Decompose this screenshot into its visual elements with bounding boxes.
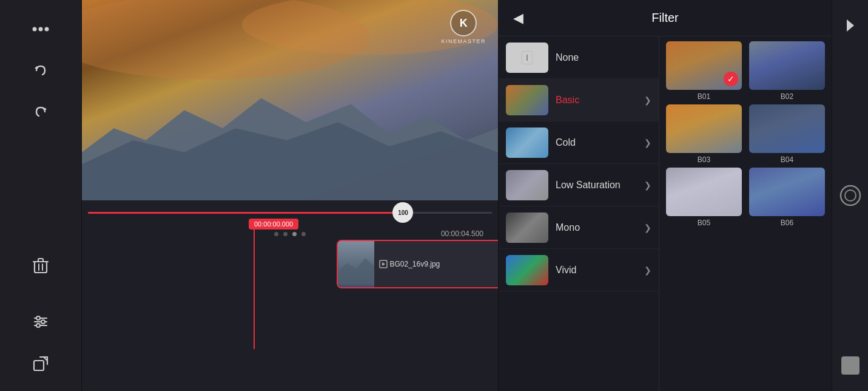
current-time-marker: 00:00:00.000 (249, 219, 298, 229)
preview-stop-button[interactable] (837, 352, 864, 379)
record-button[interactable] (837, 182, 864, 209)
filter-selected-check: ✓ (724, 72, 738, 86)
filter-grid-item-b01[interactable]: ✓ B01 (664, 41, 744, 101)
filter-cold-thumb (506, 127, 548, 158)
filter-lowsat-thumb (506, 170, 548, 200)
redo-button[interactable] (16, 92, 65, 131)
filter-category-name-vivid: Vivid (556, 265, 644, 276)
stop-icon (841, 356, 860, 375)
svg-marker-24 (847, 19, 854, 32)
kinemaster-logo: K KINEMASTER (441, 10, 486, 44)
video-preview: K KINEMASTER (82, 0, 498, 200)
svg-point-25 (841, 186, 860, 205)
filter-chevron-mono: ❯ (644, 223, 651, 233)
filter-category-cold[interactable]: Cold ❯ (499, 121, 659, 164)
filter-panel: ◀ Filter I None Basic ❯ Cold ❯ (498, 0, 832, 391)
filter-b01-label: B01 (698, 92, 710, 101)
filter-grid: ✓ B01 B02 B03 B04 B05 (659, 36, 832, 391)
more-button[interactable] (16, 10, 65, 49)
filter-body: I None Basic ❯ Cold ❯ Low Saturation ❯ (499, 36, 832, 391)
svg-rect-15 (34, 361, 44, 370)
track-thumbnail (338, 241, 374, 287)
svg-rect-6 (38, 259, 43, 262)
filter-chevron-vivid: ❯ (644, 265, 651, 275)
filter-b06-label: B06 (781, 219, 793, 227)
svg-point-0 (33, 27, 37, 32)
filter-grid-item-b03[interactable]: B03 (664, 104, 744, 164)
filter-category-name-lowsat: Low Saturation (556, 180, 644, 191)
undo-button[interactable] (16, 51, 65, 90)
export-button[interactable] (16, 344, 65, 382)
km-text: KINEMASTER (441, 38, 486, 44)
filter-category-basic[interactable]: Basic ❯ (499, 79, 659, 121)
filter-chevron-basic: ❯ (644, 95, 651, 105)
filter-b02-thumb (749, 41, 825, 90)
filter-category-mono[interactable]: Mono ❯ (499, 206, 659, 249)
filter-b06-thumb (749, 168, 825, 216)
filter-basic-thumb (506, 85, 548, 115)
filter-category-name-cold: Cold (556, 137, 644, 148)
filter-b01-thumb: ✓ (666, 41, 742, 90)
timeline-area: 100 00:00:00.000 00:00:04.500 (82, 200, 498, 391)
filter-grid-item-b04[interactable]: B04 (747, 104, 827, 164)
svg-point-26 (845, 190, 856, 201)
filter-chevron-cold: ❯ (644, 138, 651, 148)
filter-b03-thumb (666, 104, 742, 153)
filter-category-low-saturation[interactable]: Low Saturation ❯ (499, 164, 659, 206)
filter-header: ◀ Filter (499, 0, 832, 36)
track-info: BG02_16v9.jpg (374, 255, 445, 273)
svg-point-12 (36, 316, 40, 320)
scrubber-thumb[interactable]: 100 (392, 202, 413, 223)
filter-mono-thumb (506, 212, 548, 243)
filter-b05-thumb (666, 168, 742, 216)
filter-b05-label: B05 (698, 219, 710, 227)
filter-back-button[interactable]: ◀ (508, 5, 528, 31)
filter-b02-label: B02 (781, 92, 793, 101)
filter-category-name-mono: Mono (556, 222, 644, 233)
filter-grid-item-b06[interactable]: B06 (747, 168, 827, 227)
filter-category-name-none: None (556, 52, 651, 63)
filter-title: Filter (651, 11, 678, 25)
km-circle-icon: K (450, 10, 477, 36)
filter-category-name-basic: Basic (556, 95, 644, 106)
svg-point-14 (36, 324, 40, 327)
main-content: K KINEMASTER 100 00:00:00.000 00:00:04.5… (82, 0, 498, 391)
filter-b04-label: B04 (781, 155, 793, 164)
filter-chevron-lowsat: ❯ (644, 180, 651, 190)
filter-none-thumb: I (506, 42, 548, 73)
filter-category-none[interactable]: I None (499, 36, 659, 79)
filter-grid-item-b02[interactable]: B02 (747, 41, 827, 101)
right-controls (832, 0, 868, 391)
delete-button[interactable] (16, 246, 65, 285)
svg-point-13 (41, 320, 45, 324)
filter-categories-list: I None Basic ❯ Cold ❯ Low Saturation ❯ (499, 36, 659, 391)
svg-rect-5 (35, 262, 47, 273)
right-nav-button[interactable] (837, 12, 864, 39)
end-time-display: 00:00:04.500 (441, 229, 483, 238)
svg-point-1 (39, 27, 43, 32)
svg-marker-23 (382, 262, 385, 266)
track-item[interactable]: BG02_16v9.jpg (337, 240, 499, 288)
left-toolbar (0, 0, 82, 391)
filter-grid-item-b05[interactable]: B05 (664, 168, 744, 227)
filter-b03-label: B03 (698, 155, 710, 164)
filter-b04-thumb (749, 104, 825, 153)
svg-point-2 (45, 27, 49, 32)
filter-category-vivid[interactable]: Vivid ❯ (499, 249, 659, 291)
adjust-button[interactable] (16, 302, 65, 341)
filter-vivid-thumb (506, 255, 548, 285)
